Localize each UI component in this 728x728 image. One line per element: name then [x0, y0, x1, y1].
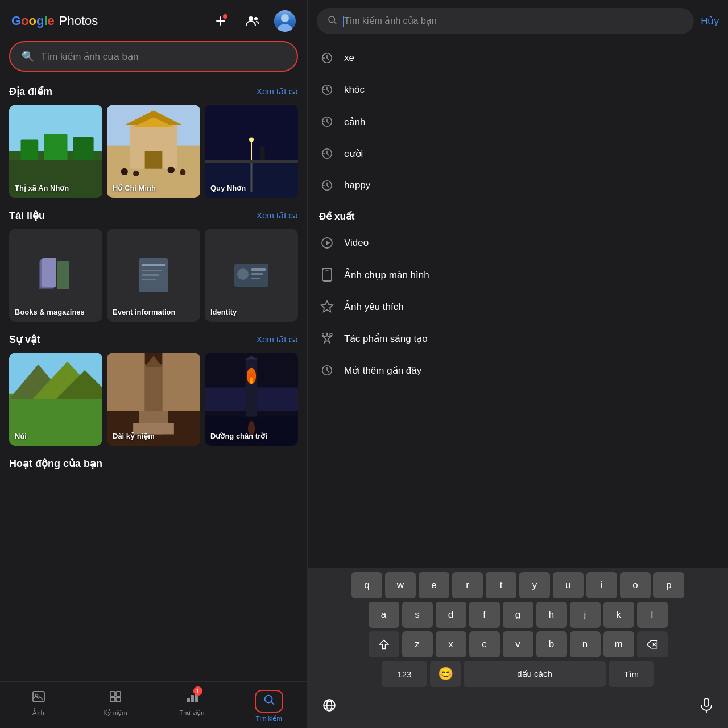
key-z[interactable]: z [402, 631, 433, 657]
key-shift[interactable] [369, 631, 399, 657]
suggest-screenshot[interactable]: Ảnh chụp màn hình [308, 259, 728, 291]
dia-diem-see-all[interactable]: Xem tất cả [257, 86, 298, 97]
suggest-video-text: Video [344, 237, 369, 249]
svg-point-18 [133, 171, 139, 176]
right-panel: Tìm kiếm ảnh của bạn Hủy xe [307, 0, 728, 728]
key-search-action[interactable]: Tìm [609, 661, 654, 687]
svg-rect-41 [251, 268, 266, 271]
search-bar[interactable]: 🔍 Tìm kiếm ảnh của bạn [9, 41, 298, 72]
key-c[interactable]: c [469, 631, 500, 657]
key-k[interactable]: k [603, 602, 634, 628]
key-w[interactable]: w [385, 572, 416, 598]
suggest-favorites[interactable]: Ảnh yêu thích [308, 291, 728, 322]
add-button[interactable] [210, 11, 231, 31]
search-placeholder: Tìm kiếm ảnh của bạn [41, 51, 138, 63]
recent-xe[interactable]: xe [308, 42, 728, 74]
play-circle-icon [319, 235, 335, 251]
recent-cuoi[interactable]: cười [308, 138, 728, 169]
key-u[interactable]: u [553, 572, 584, 598]
doc-identity[interactable]: Identity [205, 229, 298, 322]
key-x[interactable]: x [436, 631, 466, 657]
svg-point-0 [223, 14, 228, 19]
kb-row-1: q w e r t y u i o p [310, 572, 726, 598]
recent-happy[interactable]: happy [308, 169, 728, 201]
key-m[interactable]: m [603, 631, 634, 657]
content-scroll: Địa điểm Xem tất cả Thị xã An Nhơn [0, 81, 307, 681]
clock-icon [319, 362, 335, 378]
star-icon [319, 299, 335, 315]
key-g[interactable]: g [503, 602, 533, 628]
cancel-button[interactable]: Hủy [701, 15, 719, 27]
key-globe[interactable] [317, 693, 342, 718]
nav-anh[interactable]: Ảnh [0, 686, 77, 726]
svg-rect-70 [116, 697, 121, 702]
nav-anh-label: Ảnh [32, 709, 44, 717]
thing-dai[interactable]: Đài kỷ niệm [107, 353, 200, 446]
recent-khoc[interactable]: khóc [308, 74, 728, 106]
thing-nui[interactable]: Núi [9, 353, 102, 446]
key-n[interactable]: n [570, 631, 601, 657]
key-r[interactable]: r [452, 572, 483, 598]
svg-rect-58 [246, 358, 258, 417]
recent-khoc-text: khóc [344, 84, 365, 96]
recent-happy-text: happy [344, 180, 370, 191]
tai-lieu-title: Tài liệu [9, 209, 45, 222]
nav-ky-niem[interactable]: Kỷ niệm [77, 686, 154, 726]
location-hcm-label: Hồ Chí Minh [113, 184, 156, 192]
suggest-creative[interactable]: Tác phẩm sáng tạo [308, 322, 728, 354]
location-hcm[interactable]: Hồ Chí Minh [107, 105, 200, 198]
key-p[interactable]: p [653, 572, 684, 598]
key-e[interactable]: e [419, 572, 449, 598]
svg-rect-67 [110, 692, 115, 696]
key-v[interactable]: v [503, 631, 533, 657]
key-b[interactable]: b [536, 631, 567, 657]
recent-canh[interactable]: cảnh [308, 106, 728, 138]
kb-row-5 [310, 690, 726, 718]
key-a[interactable]: a [369, 602, 399, 628]
key-o[interactable]: o [620, 572, 651, 598]
avatar-notification-dot [291, 10, 296, 15]
svg-rect-36 [142, 270, 162, 271]
key-q[interactable]: q [351, 572, 382, 598]
key-y[interactable]: y [519, 572, 550, 598]
key-d[interactable]: d [436, 602, 466, 628]
svg-rect-8 [44, 134, 68, 163]
history-icon-happy [319, 177, 335, 193]
tai-lieu-see-all[interactable]: Xem tất cả [257, 210, 298, 221]
suggest-video[interactable]: Video [308, 227, 728, 259]
suggest-recent-text: Mới thêm gần đây [344, 365, 421, 377]
svg-point-40 [237, 268, 249, 280]
activity-title: Hoạt động của bạn [9, 457, 102, 470]
key-space[interactable]: dấu cách [464, 661, 606, 687]
doc-event[interactable]: Event information [107, 229, 200, 322]
svg-point-19 [168, 167, 175, 173]
suggest-creative-text: Tác phẩm sáng tạo [344, 333, 428, 345]
nav-tim-kiem[interactable]: Tìm kiếm [230, 686, 307, 726]
suggestion-list: xe khóc cảnh [308, 40, 728, 568]
key-123[interactable]: 123 [382, 661, 427, 687]
svg-rect-9 [73, 136, 94, 163]
su-vat-see-all[interactable]: Xem tất cả [257, 334, 298, 345]
key-j[interactable]: j [570, 602, 601, 628]
user-avatar[interactable] [274, 10, 296, 32]
doc-books[interactable]: Books & magazines [9, 229, 102, 322]
nav-thu-vien[interactable]: 1 Thư viện [154, 686, 230, 726]
key-l[interactable]: l [637, 602, 668, 628]
phone-icon [319, 267, 335, 283]
key-h[interactable]: h [536, 602, 567, 628]
right-search-input[interactable]: Tìm kiếm ảnh của bạn [317, 8, 694, 34]
key-s[interactable]: s [402, 602, 433, 628]
key-f[interactable]: f [469, 602, 500, 628]
location-quy-nhon[interactable]: Quy Nhơn [205, 105, 298, 198]
doc-event-label: Event information [113, 308, 176, 316]
su-vat-grid: Núi Đài kỷ niệm [9, 353, 298, 446]
suggest-recent[interactable]: Mới thêm gần đây [308, 354, 728, 386]
key-t[interactable]: t [486, 572, 516, 598]
location-an-nhon[interactable]: Thị xã An Nhơn [9, 105, 102, 198]
thing-duong[interactable]: Đường chân trời [205, 353, 298, 446]
key-mic[interactable] [694, 693, 719, 718]
key-emoji[interactable]: 😊 [430, 661, 461, 687]
key-backspace[interactable] [637, 631, 668, 657]
people-button[interactable] [242, 11, 263, 31]
key-i[interactable]: i [586, 572, 617, 598]
